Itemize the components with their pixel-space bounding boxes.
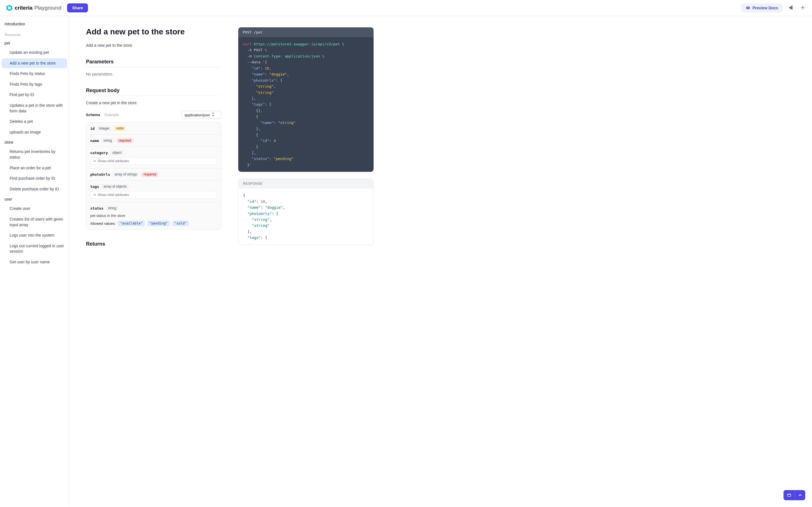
svg-point-0 [802,7,804,8]
chevron-up-icon [799,494,802,497]
sidebar-item-find-order[interactable]: Find purchase order by ID [2,173,67,184]
sidebar-item-find-by-status[interactable]: Finds Pets by status [2,69,67,79]
sidebar-group-pet[interactable]: pet [2,39,67,48]
sidebar-item-create-user[interactable]: Create user [2,204,67,214]
type-badge: string [101,138,114,143]
page-description: Add a new pet to the store [86,43,221,48]
sidebar-group-user[interactable]: user [2,194,67,204]
share-button[interactable]: Share [67,3,88,12]
floating-controls [783,490,805,500]
sidebar-item-delete-order[interactable]: Delete purchase order by ID [2,184,67,194]
float-collapse-button[interactable] [795,490,805,500]
sidebar-item-find-by-tags[interactable]: Finds Pets by tags [2,79,67,90]
header-value: Content-Type: application/json [254,54,320,58]
content-type-select[interactable]: application/json [182,111,221,119]
expand-category-button[interactable]: Show child attributes [90,158,217,165]
right-panel: POST /pet curl https://petstore3.swagger… [238,27,373,494]
sidebar-item-upload-image[interactable]: uploads an image [2,127,67,137]
expand-label: Show child attributes [98,159,129,163]
field-name: status [90,206,103,210]
announcement-icon[interactable] [787,4,795,12]
expand-tags-button[interactable]: Show child attributes [90,191,217,199]
sidebar-item-find-by-id[interactable]: Find pet by ID [2,90,67,100]
field-name: category [90,151,108,155]
header-flag: -H [247,54,252,58]
sidebar-introduction[interactable]: Introduction [2,19,67,29]
code-body: curl https://petstore3.swagger.io/api/v3… [238,37,373,172]
allowed-value: "sold" [172,221,189,226]
sidebar-item-get-user[interactable]: Get user by user name [2,257,67,267]
field-id: id integer int64 [86,122,221,135]
logo-icon [6,4,13,11]
sidebar-item-logout[interactable]: Logs out current logged in user session [2,241,67,257]
no-parameters-text: No parameters. [86,72,221,76]
chevron-updown-icon [212,112,214,116]
response-block: RESPONSE { "id": 10, "name": "doggie", "… [238,179,373,245]
content-type-value: application/json [185,113,210,117]
returns-heading: Returns [86,241,221,249]
panel-icon [787,493,792,497]
request-body-description: Create a new pet in the store [86,101,221,105]
sidebar-item-add-pet[interactable]: Add a new pet to the store [2,58,67,68]
preview-docs-label: Preview Docs [753,6,778,10]
method-flag: -X POST [247,48,263,52]
field-status: status string pet status in the store Al… [86,202,221,230]
type-badge: array of objects [101,184,129,189]
request-code-block: POST /pet curl https://petstore3.swagger… [238,27,373,172]
sidebar: Introduction Resources pet Update an exi… [0,16,69,506]
field-category: category object Show child attributes [86,147,221,168]
allowed-label: Allowed values: [90,221,116,226]
allowed-values-row: Allowed values: "available" "pending" "s… [90,221,217,226]
field-name: name [90,138,99,143]
sidebar-group-store[interactable]: store [2,138,67,147]
schema-table: id integer int64 name string required ca… [86,122,221,230]
eye-icon [746,6,750,10]
sidebar-item-place-order[interactable]: Place an order for a pet [2,163,67,173]
code-header: POST /pet [238,27,373,37]
required-badge: required [142,172,158,177]
curl-token: curl [243,42,252,46]
content: Add a new pet to the store Add a new pet… [86,27,221,494]
request-body-heading: Request body [86,88,221,96]
allowed-value: "available" [118,221,145,226]
type-badge: object [110,150,124,155]
data-flag: --data [247,60,260,64]
field-description: pet status in the store [90,214,217,218]
main: Add a new pet to the store Add a new pet… [69,16,812,506]
sidebar-item-delete-pet[interactable]: Deletes a pet [2,117,67,127]
required-badge: required [116,138,133,143]
sidebar-item-inventories[interactable]: Returns pet inventories by status [2,147,67,162]
expand-label: Show child attributes [98,193,129,197]
allowed-value: "pending" [147,221,170,226]
page-title: Add a new pet to the store [86,27,221,36]
field-name: photoUrls [90,172,110,177]
field-name-row: name string required [86,135,221,147]
header-right: Preview Docs [741,3,806,12]
theme-toggle-icon[interactable] [799,4,806,12]
type-badge: string [106,206,118,211]
logo-subtitle: Playground [34,5,61,11]
type-badge: array of strings [112,172,139,177]
url-token: https://petstore3.swagger.io/api/v3/pet [254,42,340,46]
header: criteria Playground Share Preview Docs [0,0,812,16]
chevron-up-icon [93,193,96,196]
format-badge: int64 [114,126,126,131]
field-tags: tags array of objects Show child attribu… [86,180,221,202]
tab-schema[interactable]: Schema [86,113,100,117]
preview-docs-button[interactable]: Preview Docs [741,3,783,12]
sidebar-item-update-pet[interactable]: Update an existing pet [2,48,67,58]
parameters-heading: Parameters [86,59,221,67]
field-photourls: photoUrls array of strings required [86,168,221,180]
sidebar-item-login[interactable]: Logs user into the system [2,230,67,240]
field-name: id [90,126,95,131]
layout: Introduction Resources pet Update an exi… [0,16,812,506]
schema-tabs-row: Schema Example application/json [86,111,221,119]
response-header: RESPONSE [239,179,373,188]
sidebar-item-create-users-list[interactable]: Creates list of users with given input a… [2,214,67,230]
float-panel-button[interactable] [783,490,795,500]
chevron-up-icon [93,160,96,163]
response-body: { "id": 10, "name": "doggie", "photoUrls… [239,188,373,245]
sidebar-item-update-form[interactable]: Updates a pet in the store with form dat… [2,101,67,116]
tab-example[interactable]: Example [105,113,119,117]
type-badge: integer [97,126,112,131]
